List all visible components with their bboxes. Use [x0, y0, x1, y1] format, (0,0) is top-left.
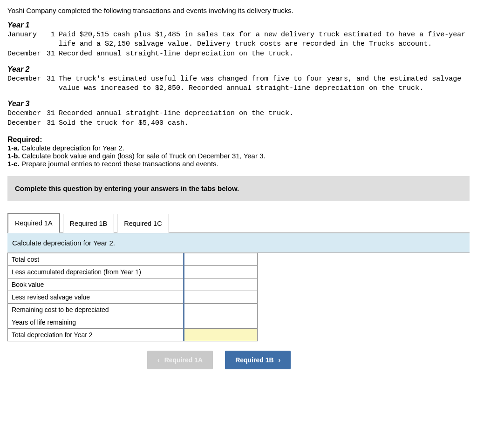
intro-text: Yoshi Company completed the following tr…	[7, 7, 470, 14]
transaction-date: December31	[7, 49, 59, 59]
next-button[interactable]: Required 1B ›	[225, 351, 291, 369]
tab-bar: Required 1ARequired 1BRequired 1C	[7, 212, 470, 233]
chevron-right-icon: ›	[279, 356, 281, 364]
row-label: Total cost	[8, 253, 184, 265]
row-label: Book value	[8, 278, 184, 291]
row-label: Less revised salvage value	[8, 291, 184, 303]
required-heading: Required:	[7, 136, 470, 144]
year-heading: Year 2	[7, 65, 470, 74]
tab-required-1b[interactable]: Required 1B	[63, 214, 115, 233]
table-row: Book value	[8, 278, 258, 291]
transaction-row: January1Paid $20,515 cash plus $1,485 in…	[7, 30, 470, 49]
row-label: Remaining cost to be depreciated	[8, 303, 184, 316]
transaction-row: December31Recorded annual straight-line …	[7, 109, 470, 118]
transaction-text: Recorded annual straight-line depreciati…	[59, 109, 470, 118]
answer-area: Complete this question by entering your …	[7, 176, 470, 369]
transaction-text: Paid $20,515 cash plus $1,485 in sales t…	[59, 30, 470, 49]
tab-required-1c[interactable]: Required 1C	[117, 214, 169, 233]
table-row: Total cost	[8, 253, 258, 265]
row-input[interactable]	[184, 291, 258, 303]
transaction-date: January1	[7, 30, 59, 49]
transaction-text: Recorded annual straight-line depreciati…	[59, 49, 470, 59]
transaction-text: The truck's estimated useful life was ch…	[59, 75, 470, 94]
row-input[interactable]	[184, 253, 258, 265]
tab-required-1a[interactable]: Required 1A	[7, 213, 60, 233]
transaction-text: Sold the truck for $5,400 cash.	[59, 119, 470, 128]
row-label: Total depreciation for Year 2	[8, 328, 184, 341]
required-item: 1-a. Calculate depreciation for Year 2.	[7, 144, 470, 152]
required-block: Required: 1-a. Calculate depreciation fo…	[7, 136, 470, 168]
table-row: Less accumulated depreciation (from Year…	[8, 265, 258, 278]
row-input[interactable]	[184, 265, 258, 278]
row-input[interactable]	[184, 278, 258, 291]
table-row: Total depreciation for Year 2	[8, 328, 258, 341]
transaction-date: December31	[7, 75, 59, 94]
transaction-row: December31Sold the truck for $5,400 cash…	[7, 119, 470, 128]
table-row: Years of life remaining	[8, 316, 258, 328]
transaction-date: December31	[7, 109, 59, 118]
next-button-label: Required 1B	[235, 356, 273, 364]
row-label: Years of life remaining	[8, 316, 184, 328]
table-row: Less revised salvage value	[8, 291, 258, 303]
row-input[interactable]	[184, 316, 258, 328]
nav-buttons: ‹ Required 1A Required 1B ›	[7, 351, 470, 369]
prev-button: ‹ Required 1A	[147, 351, 213, 369]
year-heading: Year 3	[7, 100, 470, 108]
calc-table: Total costLess accumulated depreciation …	[7, 253, 258, 341]
year-heading: Year 1	[7, 21, 470, 29]
transaction-row: December31The truck's estimated useful l…	[7, 75, 470, 94]
required-item: 1-c. Prepare journal entries to record t…	[7, 160, 470, 168]
chevron-left-icon: ‹	[157, 356, 160, 364]
row-input[interactable]	[184, 328, 258, 341]
tab-prompt: Calculate depreciation for Year 2.	[7, 233, 470, 253]
prev-button-label: Required 1A	[164, 356, 203, 364]
table-row: Remaining cost to be depreciated	[8, 303, 258, 316]
row-input[interactable]	[184, 303, 258, 316]
transaction-row: December31Recorded annual straight-line …	[7, 49, 470, 59]
transaction-date: December31	[7, 119, 59, 128]
row-label: Less accumulated depreciation (from Year…	[8, 265, 184, 278]
required-item: 1-b. Calculate book value and gain (loss…	[7, 152, 470, 160]
instruction-bar: Complete this question by entering your …	[7, 176, 470, 201]
